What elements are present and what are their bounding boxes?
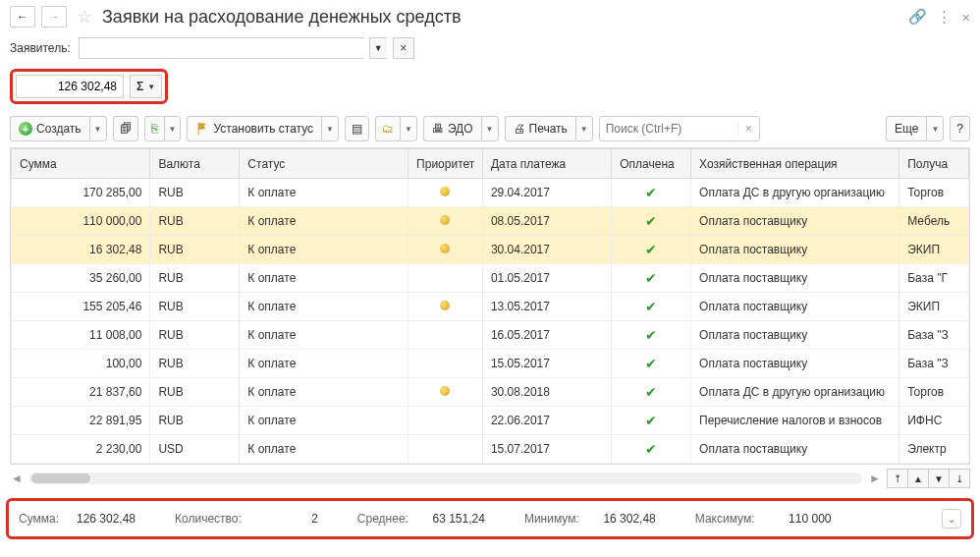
table-row[interactable]: 110 000,00RUBК оплате08.05.2017✔Оплата п… (12, 207, 969, 236)
col-priority-header[interactable]: Приоритет (408, 149, 483, 179)
flag-icon (195, 122, 209, 136)
set-status-dropdown[interactable]: ▼ (321, 116, 339, 141)
col-currency-header[interactable]: Валюта (150, 149, 240, 179)
cell-recipient: Торгов (899, 378, 969, 407)
set-status-button[interactable]: Установить статус (187, 116, 321, 141)
attach-button[interactable]: 🗂 (375, 116, 400, 141)
footer-max-label: Максимум: (695, 512, 755, 526)
table-row[interactable]: 155 205,46RUBК оплате13.05.2017✔Оплата п… (12, 293, 969, 321)
col-date-header[interactable]: Дата платежа (482, 149, 611, 179)
list-icon: ▤ (352, 122, 362, 136)
cell-priority (408, 236, 483, 264)
table-row[interactable]: 21 837,60RUBК оплате30.08.2018✔Оплата ДС… (12, 378, 969, 407)
cell-date: 30.04.2017 (482, 236, 611, 264)
cell-date: 15.05.2017 (482, 350, 611, 378)
nav-forward-button[interactable]: → (41, 6, 67, 28)
table-row[interactable]: 35 260,00RUBК оплате01.05.2017✔Оплата по… (12, 264, 969, 293)
cell-recipient: ЭКИП (899, 293, 969, 321)
printer-icon: 🖨 (514, 122, 525, 136)
nav-bottom-button[interactable]: ⤓ (949, 469, 970, 488)
more-button[interactable]: Еще (886, 116, 926, 141)
scroll-right-icon[interactable]: ► (868, 472, 882, 485)
table-row[interactable]: 170 285,00RUBК оплате29.04.2017✔Оплата Д… (12, 179, 969, 207)
search-clear-button[interactable]: × (737, 122, 759, 136)
h-scrollbar[interactable] (29, 473, 862, 484)
h-scroll-thumb[interactable] (31, 473, 90, 483)
footer-sum-label: Сумма: (19, 512, 59, 526)
footer-avg-value: 63 151,24 (416, 512, 485, 526)
create-dropdown[interactable]: ▼ (89, 116, 107, 141)
cell-date: 15.07.2017 (482, 435, 611, 464)
cell-priority (408, 378, 483, 407)
cell-status: К оплате (240, 378, 408, 407)
col-operation-header[interactable]: Хозяйственная операция (691, 149, 899, 179)
cell-operation: Оплата поставщику (691, 207, 899, 236)
attach-icon: 🗂 (382, 122, 394, 136)
col-recipient-header[interactable]: Получа (899, 149, 969, 179)
cell-operation: Оплата поставщику (691, 236, 899, 264)
link-icon[interactable]: 🔗 (908, 8, 927, 26)
nav-up-button[interactable]: ▲ (907, 469, 929, 488)
edo-button[interactable]: 🖶 ЭДО (423, 116, 481, 141)
cell-currency: RUB (150, 293, 240, 321)
cell-sum: 21 837,60 (12, 378, 150, 407)
applicant-dropdown[interactable]: ▼ (369, 37, 387, 59)
print-dropdown[interactable]: ▼ (575, 116, 593, 141)
nav-down-button[interactable]: ▼ (928, 469, 950, 488)
list-view-button[interactable]: ▤ (345, 116, 369, 141)
menu-dots-icon[interactable]: ⋮ (937, 8, 952, 26)
table-row[interactable]: 11 008,00RUBК оплате16.05.2017✔Оплата по… (12, 321, 969, 350)
nav-top-button[interactable]: ⤒ (887, 469, 908, 488)
footer-count-label: Количество: (175, 512, 242, 526)
cell-sum: 110 000,00 (12, 207, 150, 236)
cell-operation: Оплата поставщику (691, 350, 899, 378)
cell-operation: Оплата поставщику (691, 321, 899, 350)
search-input[interactable] (600, 122, 737, 136)
table-row[interactable]: 2 230,00USDК оплате15.07.2017✔Оплата пос… (12, 435, 969, 464)
favorite-star-icon[interactable]: ☆ (77, 6, 92, 28)
cell-recipient: Электр (899, 435, 969, 464)
cell-status: К оплате (240, 207, 408, 236)
table-row[interactable]: 100,00RUBК оплате15.05.2017✔Оплата поста… (12, 350, 969, 378)
col-status-header[interactable]: Статус (240, 149, 408, 179)
cell-recipient: ИФНС (899, 407, 969, 435)
cell-sum: 11 008,00 (12, 321, 150, 350)
nav-back-button[interactable]: ← (10, 6, 35, 28)
col-paid-header[interactable]: Оплачена (612, 149, 691, 179)
cell-sum: 100,00 (12, 350, 150, 378)
total-sum-input[interactable] (16, 75, 124, 98)
applicant-clear-button[interactable]: × (393, 37, 414, 59)
cell-sum: 35 260,00 (12, 264, 150, 293)
scroll-left-icon[interactable]: ◄ (10, 472, 24, 485)
cell-priority (408, 321, 483, 350)
cell-paid: ✔ (612, 407, 691, 435)
data-grid[interactable]: Сумма Валюта Статус Приоритет Дата плате… (11, 148, 969, 464)
bulb-icon (440, 215, 450, 225)
cell-priority (408, 435, 483, 464)
sigma-button[interactable]: Σ ▼ (130, 75, 162, 98)
footer-max-value: 110 000 (763, 512, 832, 526)
close-icon[interactable]: × (961, 9, 970, 26)
help-button[interactable]: ? (950, 116, 970, 141)
cell-paid: ✔ (612, 207, 691, 236)
cell-operation: Оплата поставщику (691, 293, 899, 321)
cell-paid: ✔ (612, 264, 691, 293)
table-row[interactable]: 22 891,95RUBК оплате22.06.2017✔Перечисле… (12, 407, 969, 435)
table-row[interactable]: 16 302,48RUBК оплате30.04.2017✔Оплата по… (12, 236, 969, 264)
cell-paid: ✔ (612, 435, 691, 464)
create-button[interactable]: + Создать (10, 116, 89, 141)
applicant-input[interactable] (79, 37, 363, 59)
cell-date: 01.05.2017 (482, 264, 611, 293)
cell-status: К оплате (240, 350, 408, 378)
footer-expand-button[interactable]: ⌄ (942, 509, 961, 529)
copy-button[interactable]: 🗐 (113, 116, 138, 141)
attach-dropdown[interactable]: ▼ (400, 116, 417, 141)
cell-recipient: Торгов (899, 179, 969, 207)
more-dropdown[interactable]: ▼ (926, 116, 944, 141)
based-on-dropdown[interactable]: ▼ (164, 116, 182, 141)
print-button[interactable]: 🖨 Печать (505, 116, 575, 141)
col-sum-header[interactable]: Сумма (12, 149, 150, 179)
cell-sum: 16 302,48 (12, 236, 150, 264)
edo-dropdown[interactable]: ▼ (481, 116, 499, 141)
based-on-button[interactable]: ⎘ (144, 116, 164, 141)
